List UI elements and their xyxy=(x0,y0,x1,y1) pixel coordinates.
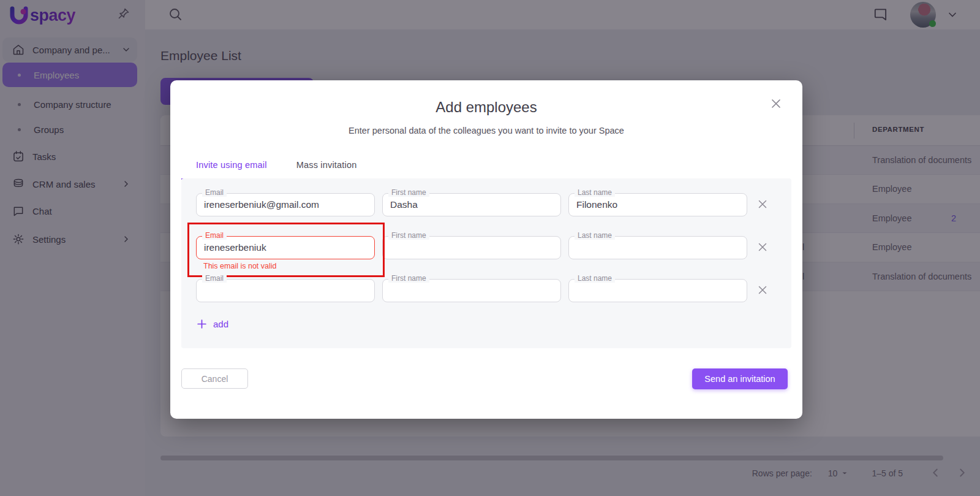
first-name-label: First name xyxy=(388,231,429,240)
modal-subtitle: Enter personal data of the colleagues yo… xyxy=(170,126,802,135)
first-name-field-row3: First name xyxy=(382,279,561,302)
first-name-field-row1: First name xyxy=(382,193,561,216)
remove-row1-icon[interactable] xyxy=(755,197,771,213)
email-error-text: This email is not valid xyxy=(203,262,277,270)
app-root: spacy Company and pe... Employees Compan… xyxy=(0,0,980,496)
tab-mass-invitation[interactable]: Mass invitation xyxy=(282,151,372,180)
first-name-label: First name xyxy=(388,188,429,197)
email-field-row2: Email xyxy=(196,236,375,259)
email-label: Email xyxy=(202,231,227,240)
first-name-field-row2: First name xyxy=(382,236,561,259)
tab-invite-using-email[interactable]: Invite using email xyxy=(181,151,282,180)
last-name-field-row3: Last name xyxy=(568,279,747,302)
remove-row3-icon[interactable] xyxy=(755,283,771,299)
add-employees-modal: Add employees Enter personal data of the… xyxy=(170,80,802,419)
last-name-field-row1: Last name xyxy=(568,193,747,216)
email-label: Email xyxy=(202,188,227,197)
add-row-button[interactable]: add xyxy=(196,318,228,330)
first-name-label: First name xyxy=(388,274,429,283)
cancel-button[interactable]: Cancel xyxy=(181,368,248,389)
email-label: Email xyxy=(202,274,227,283)
plus-icon xyxy=(196,318,208,330)
last-name-label: Last name xyxy=(575,274,615,283)
remove-row2-icon[interactable] xyxy=(755,240,771,256)
invite-form: Email First name Last name Email This em… xyxy=(181,178,791,348)
modal-tabs: Invite using email Mass invitation xyxy=(181,151,372,180)
last-name-label: Last name xyxy=(575,188,615,197)
email-field-row1: Email xyxy=(196,193,375,216)
modal-title: Add employees xyxy=(170,99,802,116)
email-field-row3: Email xyxy=(196,279,375,302)
last-name-label: Last name xyxy=(575,231,615,240)
add-label: add xyxy=(213,319,228,329)
send-invitation-button[interactable]: Send an invitation xyxy=(692,368,788,389)
last-name-field-row2: Last name xyxy=(568,236,747,259)
